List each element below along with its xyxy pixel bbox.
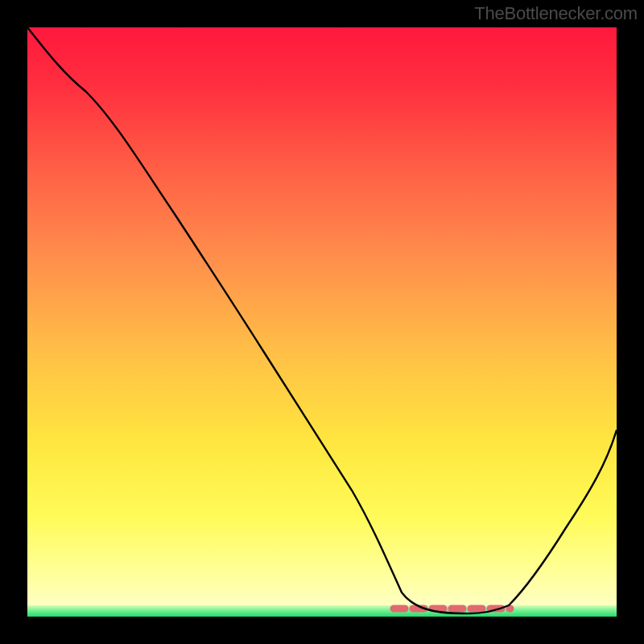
chart-svg (27, 27, 617, 617)
chart-green-band (27, 605, 617, 617)
watermark-text: TheBottlenecker.com (474, 3, 638, 24)
chart-background (27, 27, 617, 617)
chart-plot-area (27, 27, 617, 617)
